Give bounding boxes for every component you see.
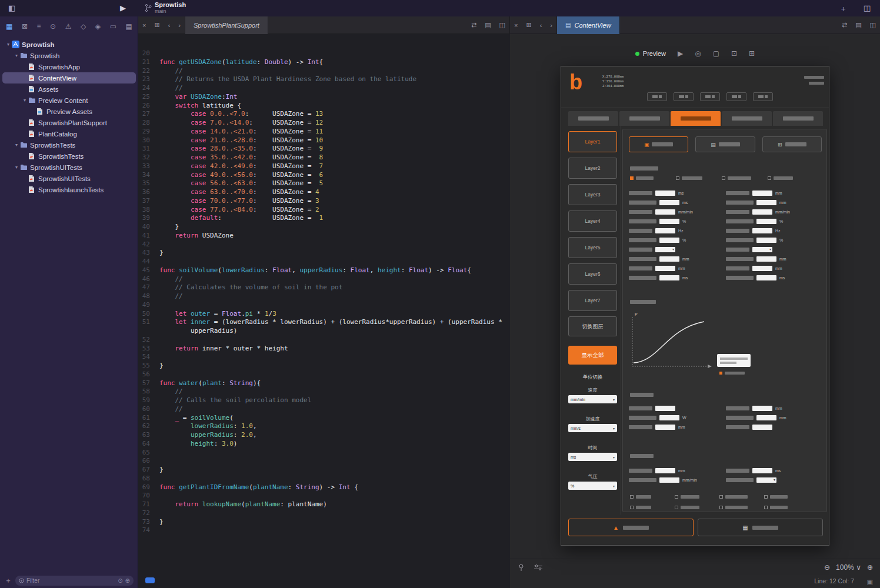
- sidebar-item-sprowtishapp[interactable]: SprowtishApp: [2, 61, 136, 72]
- code-review-icon[interactable]: ⇄: [467, 21, 481, 29]
- layer-button-6[interactable]: Layer6: [568, 263, 617, 285]
- sidebar-item-contentview[interactable]: ContentView: [2, 72, 136, 83]
- live-preview-icon[interactable]: ▶: [678, 49, 683, 58]
- layer-button-3[interactable]: Layer3: [568, 184, 617, 205]
- panel-button-1[interactable]: ▣: [629, 136, 688, 152]
- add-editor-icon[interactable]: ◫: [495, 21, 509, 29]
- param-input[interactable]: [752, 468, 772, 473]
- issues-icon[interactable]: ⚠: [65, 22, 72, 31]
- mode-radio[interactable]: [630, 176, 669, 180]
- panel-button-3[interactable]: ⊞: [762, 136, 822, 152]
- preview-device[interactable]: b X:278.000mmY:156.000mmZ:364.000mm Laye…: [561, 66, 829, 546]
- sidebar-item-sprowtish[interactable]: ▾Sprowtish: [2, 50, 136, 61]
- param-input[interactable]: [756, 219, 776, 224]
- sidebar-item-sprowtish[interactable]: ▾Sprowtish: [2, 39, 136, 50]
- device-tab-3[interactable]: [671, 111, 721, 126]
- device-settings-icon[interactable]: ⊡: [731, 49, 737, 58]
- primary-action-button[interactable]: ▲: [568, 519, 694, 536]
- layer-button-4[interactable]: Layer4: [568, 211, 617, 232]
- tab-sprowtishplantsupport[interactable]: SprowtishPlantSupport: [185, 16, 268, 34]
- param-input[interactable]: [659, 275, 679, 280]
- zoom-out-icon[interactable]: ⊖: [824, 563, 830, 572]
- filter-field[interactable]: Filter ⊙ ⊕: [15, 576, 134, 586]
- param-input[interactable]: [752, 266, 772, 271]
- canvas-back-icon[interactable]: ‹: [536, 22, 546, 29]
- device-tab-4[interactable]: [722, 111, 772, 126]
- variants-icon[interactable]: ▢: [713, 49, 719, 58]
- header-tool-button[interactable]: [726, 92, 746, 101]
- disclosure-icon[interactable]: ▾: [5, 42, 12, 47]
- switch-layer-button[interactable]: 切换图层: [568, 316, 617, 336]
- editor-mode-icon[interactable]: ▣: [867, 578, 873, 586]
- option-checkbox[interactable]: [630, 495, 666, 499]
- option-checkbox[interactable]: [719, 506, 756, 509]
- tests-icon[interactable]: ◇: [81, 22, 86, 31]
- sidebar-item-sprowtishplantsupport[interactable]: SprowtishPlantSupport: [2, 117, 136, 128]
- param-input[interactable]: [752, 209, 772, 215]
- find-icon[interactable]: ⊙: [50, 22, 56, 31]
- sidebar-item-sprowtishtests[interactable]: ▾SprowtishTests: [2, 139, 136, 151]
- unit-select[interactable]: %▾: [568, 482, 617, 490]
- disclosure-icon[interactable]: ▾: [21, 98, 28, 103]
- param-input[interactable]: [756, 200, 776, 205]
- project-navigator-icon[interactable]: ▦: [6, 22, 12, 31]
- param-input[interactable]: [655, 228, 675, 233]
- disclosure-icon[interactable]: ▾: [13, 53, 20, 58]
- duplicate-preview-icon[interactable]: ⊞: [749, 49, 755, 58]
- header-tool-button[interactable]: [700, 92, 720, 101]
- show-all-button[interactable]: 显示全部: [568, 346, 617, 365]
- run-button[interactable]: ▶: [120, 4, 126, 12]
- layer-button-5[interactable]: Layer5: [568, 237, 617, 258]
- param-input[interactable]: [659, 477, 679, 483]
- param-input[interactable]: [659, 219, 679, 224]
- param-input[interactable]: [659, 415, 679, 420]
- zoom-in-icon[interactable]: ⊕: [867, 563, 873, 572]
- sidebar-toggle-icon[interactable]: ◧: [8, 4, 15, 12]
- param-input[interactable]: ▾: [756, 477, 776, 483]
- param-input[interactable]: [752, 228, 772, 233]
- canvas-related-items-icon[interactable]: ⊞: [522, 21, 535, 29]
- unit-select[interactable]: mm/min▾: [568, 395, 617, 403]
- option-checkbox[interactable]: [675, 495, 711, 499]
- sidebar-item-preview-assets[interactable]: Preview Assets: [2, 106, 136, 117]
- disclosure-icon[interactable]: ▾: [13, 165, 20, 170]
- unit-select[interactable]: mm/s▾: [568, 424, 617, 432]
- secondary-action-button[interactable]: ▦: [698, 519, 823, 536]
- editor-layout-icon[interactable]: ◫: [864, 4, 871, 12]
- sidebar-item-sprowtishtests[interactable]: SprowtishTests: [2, 151, 136, 162]
- layer-button-7[interactable]: Layer7: [568, 290, 617, 311]
- project-status[interactable]: Sprowtish main: [155, 2, 186, 15]
- sidebar-item-preview-content[interactable]: ▾Preview Content: [2, 95, 136, 106]
- option-checkbox[interactable]: [719, 495, 756, 499]
- canvas-code-review-icon[interactable]: ⇄: [838, 21, 851, 29]
- layer-button-1[interactable]: Layer1: [568, 131, 617, 152]
- sidebar-item-plantcatalog[interactable]: PlantCatalog: [2, 128, 136, 139]
- close-canvas-icon[interactable]: ×: [510, 22, 522, 29]
- panel-button-2[interactable]: ▤: [695, 136, 755, 152]
- debug-icon[interactable]: ◈: [95, 22, 101, 31]
- device-tab-5[interactable]: [773, 111, 823, 126]
- recent-filter-icon[interactable]: ⊙: [118, 577, 122, 584]
- option-checkbox[interactable]: [675, 506, 711, 509]
- header-tool-button[interactable]: [753, 92, 773, 101]
- param-input[interactable]: [752, 425, 772, 430]
- back-icon[interactable]: ‹: [164, 22, 175, 29]
- param-input[interactable]: [756, 415, 776, 420]
- device-tab-1[interactable]: [568, 111, 618, 126]
- option-checkbox[interactable]: [630, 506, 666, 509]
- sidebar-item-sprowtishlaunchtests[interactable]: SprowtishlaunchTests: [2, 184, 136, 195]
- layer-button-2[interactable]: Layer2: [568, 158, 617, 179]
- bookmarks-icon[interactable]: ≡: [37, 22, 41, 31]
- param-input[interactable]: [752, 191, 772, 196]
- pin-icon[interactable]: [517, 563, 525, 572]
- scm-filter-icon[interactable]: ⊕: [125, 577, 130, 584]
- close-editor-icon[interactable]: ×: [138, 22, 150, 29]
- sidebar-item-sprowtishuitests[interactable]: SprowtishUITests: [2, 173, 136, 184]
- header-tool-button[interactable]: [647, 92, 667, 101]
- param-input[interactable]: [655, 191, 675, 196]
- zoom-level[interactable]: 100% ∨: [836, 563, 861, 572]
- forward-icon[interactable]: ›: [174, 22, 185, 29]
- code-editor[interactable]: 20 21func getUSDAZone(latitude: Double) …: [138, 34, 510, 588]
- minimap-icon[interactable]: ▤: [481, 21, 495, 29]
- device-tab-2[interactable]: [619, 111, 669, 126]
